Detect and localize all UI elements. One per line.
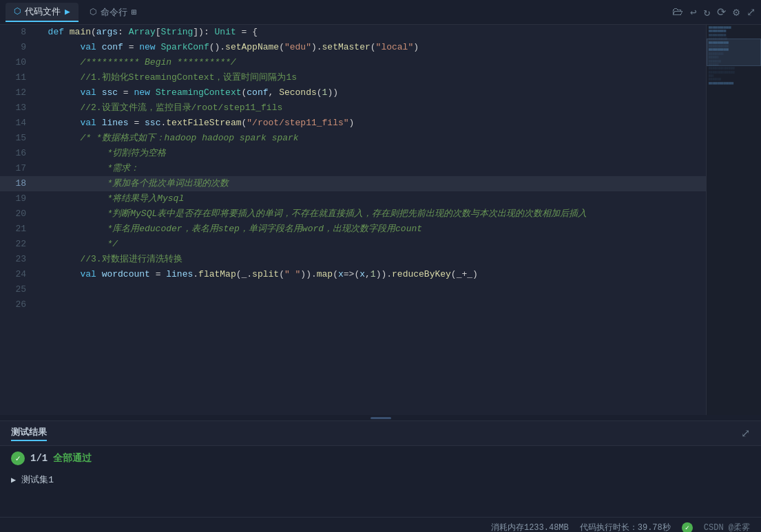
line-content: val conf = new SparkConf().setAppName("e… bbox=[34, 40, 706, 55]
status-bar: 消耗内存1233.48MB 代码执行时长：39.78秒 ✓ CSDN @柔雾 bbox=[0, 517, 761, 532]
code-file-icon: ⬡ bbox=[14, 6, 21, 17]
line-content bbox=[34, 297, 706, 312]
line-content: //1.初始化StreamingContext，设置时间间隔为1s bbox=[34, 70, 706, 85]
line-number: 21 bbox=[0, 222, 34, 237]
tab-command-label: 命令行 bbox=[101, 6, 127, 19]
test-suite-row: ▶ 测试集1 bbox=[11, 471, 750, 489]
line-content: *累加各个批次单词出现的次数 bbox=[34, 176, 706, 191]
table-row: 19 *将结果导入Mysql bbox=[0, 191, 706, 206]
tab-code-file-label: 代码文件 bbox=[25, 6, 61, 18]
table-row: 17 *需求： bbox=[0, 161, 706, 176]
line-number: 22 bbox=[0, 237, 34, 252]
panel-header: 测试结果 ⤢ bbox=[0, 421, 761, 446]
line-content: /********** Begin **********/ bbox=[34, 55, 706, 70]
panel-title: 测试结果 bbox=[11, 426, 47, 441]
suite-play-button[interactable]: ▶ bbox=[11, 475, 16, 485]
line-content: *将结果导入Mysql bbox=[34, 191, 706, 206]
line-number: 11 bbox=[0, 70, 34, 85]
minimap: ▓▓▓▓▓▓▓▓▓▓▓▓▓▓▓▓▓▓ ▓▓▓▓▓▓▓▓▓▓▓▓▓▓ ▒▒▒▒▒▒… bbox=[706, 25, 761, 415]
line-number: 16 bbox=[0, 146, 34, 161]
folder-icon[interactable]: 🗁 bbox=[672, 6, 683, 19]
line-number: 25 bbox=[0, 282, 34, 297]
code-editor[interactable]: 8 def main(args: Array[String]): Unit = … bbox=[0, 25, 706, 415]
table-row: 16 *切割符为空格 bbox=[0, 146, 706, 161]
line-content: //3.对数据进行清洗转换 bbox=[34, 252, 706, 267]
toolbar-actions: 🗁 ↩ ↻ ⟳ ⚙ ⤢ bbox=[672, 6, 755, 19]
table-row: 22 */ bbox=[0, 237, 706, 252]
line-content: val lines = ssc.textFileStream("/root/st… bbox=[34, 116, 706, 131]
suite-name: 测试集1 bbox=[21, 474, 54, 486]
command-icon: ⬡ bbox=[90, 7, 96, 17]
expand-icon[interactable]: ⤢ bbox=[747, 6, 755, 19]
toolbar: ⬡ 代码文件 ▶ ⬡ 命令行 ⊞ 🗁 ↩ ↻ ⟳ ⚙ ⤢ bbox=[0, 0, 761, 25]
status-check-icon: ✓ bbox=[682, 522, 693, 533]
line-number: 15 bbox=[0, 131, 34, 146]
undo-icon[interactable]: ↩ bbox=[690, 6, 697, 19]
table-row: 23 //3.对数据进行清洗转换 bbox=[0, 252, 706, 267]
status-bar-right: 消耗内存1233.48MB 代码执行时长：39.78秒 ✓ CSDN @柔雾 bbox=[491, 522, 750, 532]
line-number: 19 bbox=[0, 191, 34, 206]
line-number: 20 bbox=[0, 206, 34, 222]
line-content: *库名用educoder，表名用step，单词字段名用word，出现次数字段用c… bbox=[34, 222, 706, 237]
table-row: 8 def main(args: Array[String]): Unit = … bbox=[0, 25, 706, 40]
tab-command-line[interactable]: ⬡ 命令行 ⊞ bbox=[81, 3, 145, 21]
pass-icon: ✓ bbox=[11, 451, 25, 465]
line-number: 17 bbox=[0, 161, 34, 176]
table-row: 26 bbox=[0, 297, 706, 312]
line-number: 13 bbox=[0, 100, 34, 116]
drag-indicator bbox=[371, 417, 391, 419]
line-content: *判断MySQL表中是否存在即将要插入的单词，不存在就直接插入，存在则把先前出现… bbox=[34, 206, 706, 222]
table-row: 11 //1.初始化StreamingContext，设置时间间隔为1s bbox=[0, 70, 706, 85]
table-row: 15 /* *数据格式如下：hadoop hadoop spark spark bbox=[0, 131, 706, 146]
tab-code-file[interactable]: ⬡ 代码文件 ▶ bbox=[6, 3, 79, 22]
line-content: /* *数据格式如下：hadoop hadoop spark spark bbox=[34, 131, 706, 146]
line-content: val ssc = new StreamingContext(conf, Sec… bbox=[34, 85, 706, 100]
tab-play-icon: ▶ bbox=[65, 6, 70, 17]
line-content: def main(args: Array[String]): Unit = { bbox=[34, 25, 706, 40]
memory-info: 消耗内存1233.48MB bbox=[491, 522, 569, 532]
table-row: 18 *累加各个批次单词出现的次数 bbox=[0, 176, 706, 191]
line-number: 18 bbox=[0, 176, 34, 191]
line-content: val wordcount = lines.flatMap(_.split(" … bbox=[34, 267, 706, 282]
redo-icon[interactable]: ⟳ bbox=[717, 6, 726, 19]
line-number: 12 bbox=[0, 85, 34, 100]
table-row: 12 val ssc = new StreamingContext(conf, … bbox=[0, 85, 706, 100]
refresh-icon[interactable]: ↻ bbox=[704, 6, 711, 19]
panel-expand-icon[interactable]: ⤢ bbox=[741, 427, 750, 440]
line-content: //2.设置文件流，监控目录/root/step11_fils bbox=[34, 100, 706, 116]
line-number: 23 bbox=[0, 252, 34, 267]
settings-icon[interactable]: ⚙ bbox=[733, 6, 740, 19]
line-content: *切割符为空格 bbox=[34, 146, 706, 161]
table-row: 24 val wordcount = lines.flatMap(_.split… bbox=[0, 267, 706, 282]
time-info: 代码执行时长：39.78秒 bbox=[580, 522, 671, 532]
line-content: *需求： bbox=[34, 161, 706, 176]
watermark: CSDN @柔雾 bbox=[704, 522, 750, 532]
table-row: 9 val conf = new SparkConf().setAppName(… bbox=[0, 40, 706, 55]
line-content bbox=[34, 282, 706, 297]
test-pass-label: 全部通过 bbox=[53, 452, 92, 465]
editor-container: 8 def main(args: Array[String]): Unit = … bbox=[0, 25, 761, 415]
line-number: 14 bbox=[0, 116, 34, 131]
table-row: 10 /********** Begin **********/ bbox=[0, 55, 706, 70]
line-number: 9 bbox=[0, 40, 34, 55]
test-results-panel: 测试结果 ⤢ ✓ 1/1 全部通过 ▶ 测试集1 消耗内存1233.48MB 代… bbox=[0, 421, 761, 532]
line-content: */ bbox=[34, 237, 706, 252]
line-number: 24 bbox=[0, 267, 34, 282]
line-number: 26 bbox=[0, 297, 34, 312]
table-row: 13 //2.设置文件流，监控目录/root/step11_fils bbox=[0, 100, 706, 116]
drag-handle[interactable] bbox=[0, 415, 761, 421]
table-row: 20 *判断MySQL表中是否存在即将要插入的单词，不存在就直接插入，存在则把先… bbox=[0, 206, 706, 222]
tab-add-icon: ⊞ bbox=[132, 7, 137, 18]
table-row: 25 bbox=[0, 282, 706, 297]
table-row: 14 val lines = ssc.textFileStream("/root… bbox=[0, 116, 706, 131]
test-count: 1/1 bbox=[30, 453, 48, 464]
line-number: 10 bbox=[0, 55, 34, 70]
line-number: 8 bbox=[0, 25, 34, 40]
panel-body: ✓ 1/1 全部通过 ▶ 测试集1 bbox=[0, 446, 761, 517]
test-status: ✓ 1/1 全部通过 bbox=[11, 451, 750, 465]
code-lines: 8 def main(args: Array[String]): Unit = … bbox=[0, 25, 706, 312]
table-row: 21 *库名用educoder，表名用step，单词字段名用word，出现次数字… bbox=[0, 222, 706, 237]
